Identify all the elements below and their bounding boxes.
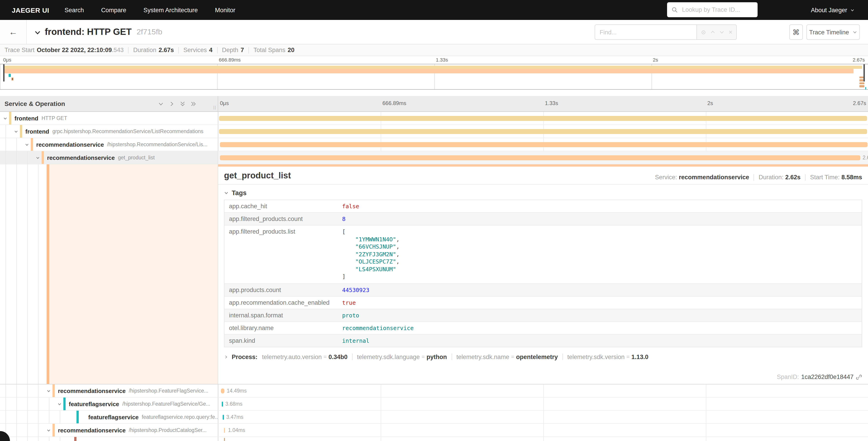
chevron-down-icon[interactable] <box>3 116 7 120</box>
trace-start-ms: .543 <box>112 47 124 53</box>
span-detail-left-gutter[interactable] <box>0 164 218 384</box>
focus-target-icon[interactable] <box>701 29 707 35</box>
span-bar[interactable] <box>219 129 867 134</box>
tag-row: app.filtered_products.count 8 <box>224 213 862 226</box>
span-duration-label: 14.49ms <box>227 388 247 393</box>
collapse-trace-chevron-down-icon[interactable] <box>34 29 41 35</box>
tags-table: app.cache_hit false app.filtered_product… <box>224 200 862 347</box>
tag-key: app.cache_hit <box>224 200 338 212</box>
chevron-down-icon <box>852 30 857 34</box>
process-section-toggle[interactable]: Process: telemetry.auto.version=0.34b0 t… <box>224 353 862 360</box>
total-spans-value: 20 <box>288 47 294 53</box>
nav-item-search[interactable]: Search <box>64 6 84 13</box>
jaeger-logo[interactable]: JAEGER UI <box>12 6 49 14</box>
span-service-name: frontend <box>14 115 38 122</box>
trace-id-lookup[interactable] <box>667 2 757 17</box>
span-bar[interactable] <box>220 155 860 160</box>
services-value: 4 <box>209 47 213 53</box>
span-service-name: recommendationservice <box>36 141 104 148</box>
span-row-get-product-list[interactable]: recommendationservice get_product_list 2… <box>0 151 868 164</box>
span-bar[interactable] <box>224 438 225 441</box>
span-row-featureflag-repo-query[interactable]: featureflagservice featureflagservice.re… <box>0 411 868 424</box>
minimap-tick: 1.33s <box>436 57 448 62</box>
trace-id-lookup-input[interactable] <box>681 6 753 13</box>
jaeger-trace-page: JAEGER UI Search Compare System Architec… <box>0 0 868 441</box>
trace-title: frontend: HTTP GET <box>45 27 132 37</box>
nav-item-compare[interactable]: Compare <box>101 6 126 13</box>
minimap-tick: 2.67s <box>852 57 865 62</box>
tag-value: recommendationservice <box>338 322 862 334</box>
process-label: Process: <box>232 353 257 360</box>
depth-value: 7 <box>241 47 244 53</box>
nav-item-system-architecture[interactable]: System Architecture <box>144 6 198 13</box>
chevron-down-icon[interactable] <box>25 143 29 147</box>
span-operation-name: get_product_list <box>118 155 155 160</box>
find-input[interactable] <box>595 25 697 40</box>
tag-row: internal.span.format proto <box>224 309 862 322</box>
span-row-frontend-grpc[interactable]: frontend grpc.hipstershop.Recommendation… <box>0 125 868 138</box>
trace-start-label: Trace Start <box>4 47 35 53</box>
span-bar[interactable] <box>224 428 225 433</box>
tag-key: internal.span.format <box>224 309 338 321</box>
minimap-tick-labels: 0μs 666.89ms 1.33s 2s 2.67s <box>0 56 868 64</box>
chevron-down-icon[interactable] <box>36 156 40 160</box>
service-meta-label: Service: <box>655 174 677 181</box>
span-row-recommendation-list[interactable]: recommendationservice /hipstershop.Recom… <box>0 138 868 151</box>
clear-find-icon[interactable]: ✕ <box>728 29 733 35</box>
minimap-scrubber-left-handle[interactable] <box>3 64 4 82</box>
list-close-bracket: ] <box>342 273 857 281</box>
minimap-canvas[interactable] <box>0 64 868 90</box>
keyboard-shortcuts-button[interactable]: ⌘ <box>789 25 803 40</box>
span-bar[interactable] <box>223 415 224 420</box>
tag-key: app.filtered_products.count <box>224 213 338 225</box>
tag-value: internal <box>338 334 862 347</box>
tag-key: app.filtered_products.list <box>224 226 338 283</box>
next-match-chevron-down-icon[interactable] <box>719 29 725 35</box>
expand-all-double-chevron-right-icon[interactable] <box>190 101 196 107</box>
tag-value: 8 <box>338 213 862 225</box>
services-label: Services <box>184 47 207 53</box>
back-button[interactable]: ← <box>0 20 27 44</box>
chevron-down-icon[interactable] <box>58 402 62 406</box>
timeline-tick: 2.67s <box>853 100 866 107</box>
span-bar[interactable] <box>222 402 223 407</box>
span-id-label: SpanID: <box>777 374 799 380</box>
prev-match-chevron-up-icon[interactable] <box>710 29 716 35</box>
span-duration-label: 2.62s <box>863 155 868 160</box>
minimap-scrubber-right-handle[interactable] <box>864 64 865 82</box>
timeline-header: Service & Operation || 0μs 666.89ms 1.33… <box>0 96 868 112</box>
minimap-span-marker <box>11 77 13 81</box>
tags-section-toggle[interactable]: Tags <box>224 189 862 197</box>
chevron-down-icon[interactable] <box>46 389 51 393</box>
find-group: ✕ <box>595 25 737 40</box>
minimap-tick: 2s <box>653 57 658 62</box>
collapse-one-chevron-down-icon[interactable] <box>158 101 164 107</box>
tag-row: otel.library.name recommendationservice <box>224 322 862 334</box>
collapse-all-double-chevron-down-icon[interactable] <box>180 101 186 107</box>
copy-link-icon[interactable] <box>856 374 862 380</box>
minimap-tick: 666.89ms <box>219 57 241 62</box>
about-jaeger-menu[interactable]: About Jaeger <box>811 6 855 13</box>
span-row-frontend-http-get[interactable]: frontend HTTP GET <box>0 112 868 125</box>
span-service-name: frontend <box>25 128 49 135</box>
list-item: LS4PSXUNUM <box>355 266 396 272</box>
expand-one-chevron-right-icon[interactable] <box>169 101 175 107</box>
trace-view-selector[interactable]: Trace Timeline <box>806 25 860 40</box>
span-row-productcatalog[interactable]: recommendationservice /hipstershop.Produ… <box>0 424 868 437</box>
span-bar[interactable] <box>219 116 867 121</box>
column-resizer-grip[interactable]: || <box>213 105 216 110</box>
depth-label: Depth <box>222 47 238 53</box>
tag-row: app.recommendation.cache_enabled true <box>224 296 862 309</box>
chevron-down-icon[interactable] <box>14 129 18 134</box>
duration-meta-value: 2.62s <box>785 174 801 181</box>
timeline-tick: 0μs <box>220 100 229 107</box>
span-bar[interactable] <box>220 142 868 147</box>
span-detail-accent-bar <box>46 164 49 384</box>
tag-key: otel.library.name <box>224 322 338 334</box>
span-bar[interactable] <box>221 388 224 393</box>
nav-item-monitor[interactable]: Monitor <box>215 6 235 13</box>
span-row-featureflag-get[interactable]: featureflagservice /hipstershop.FeatureF… <box>0 398 868 411</box>
span-row-featureflag-parent[interactable]: recommendationservice /hipstershop.Featu… <box>0 384 868 398</box>
span-row-partial[interactable] <box>0 437 868 441</box>
chevron-down-icon[interactable] <box>46 428 51 432</box>
